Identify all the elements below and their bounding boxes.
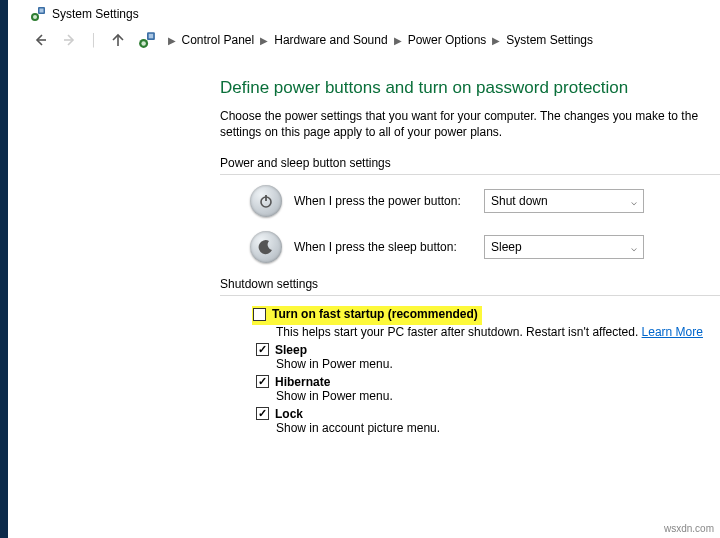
- sleep-option-desc: Show in Power menu.: [276, 357, 720, 371]
- crumb-system-settings[interactable]: System Settings: [506, 33, 593, 47]
- chevron-right-icon[interactable]: ▶: [166, 35, 178, 46]
- page-title: Define power buttons and turn on passwor…: [220, 78, 720, 98]
- fast-startup-label: Turn on fast startup (recommended): [272, 307, 478, 321]
- back-button[interactable]: [30, 30, 50, 50]
- hibernate-option-label: Hibernate: [275, 375, 330, 389]
- window-title-text: System Settings: [52, 7, 139, 21]
- crumb-control-panel[interactable]: Control Panel: [182, 33, 255, 47]
- content-area: Define power buttons and turn on passwor…: [0, 60, 720, 435]
- power-button-label: When I press the power button:: [294, 194, 472, 208]
- svg-point-1: [33, 15, 37, 19]
- lock-checkbox[interactable]: [256, 407, 269, 420]
- sleep-option-row: Sleep: [256, 343, 720, 357]
- hibernate-option-desc: Show in Power menu.: [276, 389, 720, 403]
- shutdown-section-label: Shutdown settings: [220, 277, 720, 291]
- sleep-button-row: When I press the sleep button: Sleep ⌵: [250, 231, 720, 263]
- nav-separator: │: [90, 33, 98, 47]
- fast-startup-checkbox[interactable]: [253, 308, 266, 321]
- svg-point-5: [141, 41, 146, 46]
- fast-startup-desc: This helps start your PC faster after sh…: [276, 325, 720, 339]
- power-button-row: When I press the power button: Shut down…: [250, 185, 720, 217]
- sleep-checkbox[interactable]: [256, 343, 269, 356]
- hibernate-checkbox[interactable]: [256, 375, 269, 388]
- lock-option-desc: Show in account picture menu.: [276, 421, 720, 435]
- sleep-button-dropdown[interactable]: Sleep ⌵: [484, 235, 644, 259]
- section-divider: [220, 295, 720, 296]
- power-sleep-section-label: Power and sleep button settings: [220, 156, 720, 170]
- hibernate-option-row: Hibernate: [256, 375, 720, 389]
- sleep-button-label: When I press the sleep button:: [294, 240, 472, 254]
- section-divider: [220, 174, 720, 175]
- learn-more-link[interactable]: Learn More: [642, 325, 703, 339]
- svg-rect-3: [40, 9, 44, 13]
- watermark: wsxdn.com: [664, 523, 714, 534]
- nav-bar: │ ▶ Control Panel ▶ Hardware and Sound ▶…: [0, 26, 720, 60]
- lock-option-row: Lock: [256, 407, 720, 421]
- sleep-icon: [250, 231, 282, 263]
- power-options-icon: [30, 6, 46, 22]
- fast-startup-highlight: Turn on fast startup (recommended): [252, 306, 482, 325]
- lock-option-label: Lock: [275, 407, 303, 421]
- title-bar: System Settings: [0, 0, 720, 26]
- power-button-dropdown[interactable]: Shut down ⌵: [484, 189, 644, 213]
- sleep-dropdown-value: Sleep: [491, 240, 522, 254]
- chevron-right-icon[interactable]: ▶: [392, 35, 404, 46]
- chevron-down-icon: ⌵: [631, 196, 637, 207]
- power-icon: [250, 185, 282, 217]
- chevron-right-icon[interactable]: ▶: [490, 35, 502, 46]
- crumb-hardware-sound[interactable]: Hardware and Sound: [274, 33, 387, 47]
- power-options-icon: [138, 31, 156, 49]
- power-dropdown-value: Shut down: [491, 194, 548, 208]
- svg-rect-7: [148, 34, 153, 39]
- forward-button[interactable]: [60, 30, 80, 50]
- crumb-power-options[interactable]: Power Options: [408, 33, 487, 47]
- breadcrumb: ▶ Control Panel ▶ Hardware and Sound ▶ P…: [166, 33, 594, 47]
- intro-text: Choose the power settings that you want …: [220, 108, 720, 140]
- chevron-down-icon: ⌵: [631, 242, 637, 253]
- sleep-option-label: Sleep: [275, 343, 307, 357]
- chevron-right-icon[interactable]: ▶: [258, 35, 270, 46]
- up-button[interactable]: [108, 30, 128, 50]
- window-left-border: [0, 0, 8, 538]
